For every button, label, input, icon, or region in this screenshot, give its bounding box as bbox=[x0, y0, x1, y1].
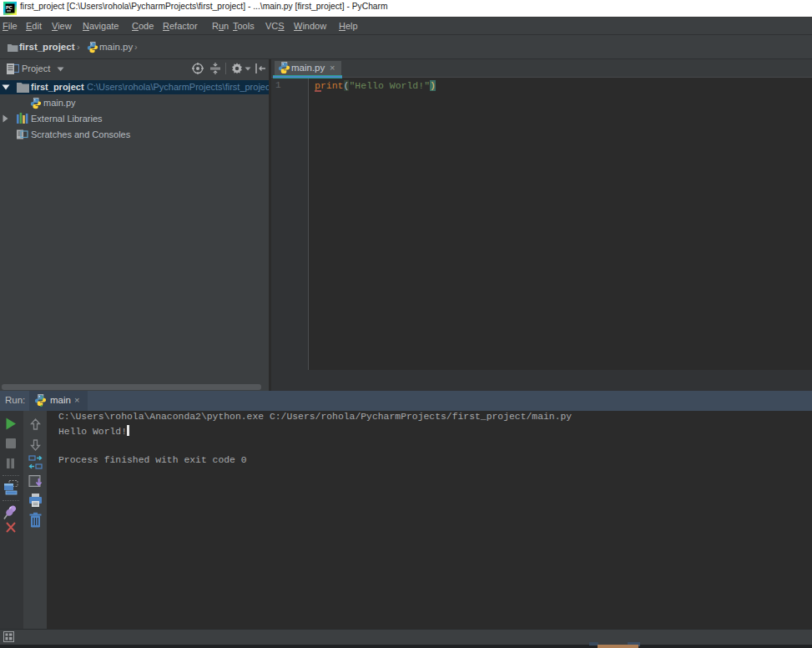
svg-text:PC: PC bbox=[6, 5, 13, 10]
